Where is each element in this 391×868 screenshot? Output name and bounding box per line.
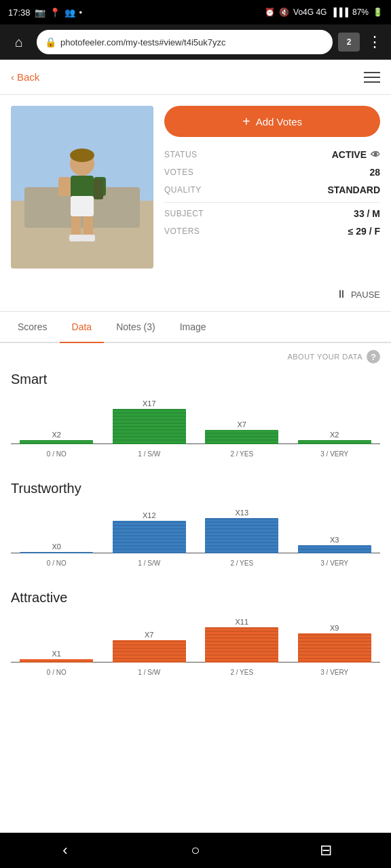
votes-value: 28 <box>369 167 380 178</box>
url-bar[interactable]: 🔒 photofeeler.com/my-tests#view/t4i5uk7y… <box>37 30 333 54</box>
bar-label-2-3: 3 / VERY <box>320 669 348 676</box>
bar-label-2-2: 2 / YES <box>230 669 253 676</box>
top-nav: ‹ Back <box>0 60 391 95</box>
bar-body-0-3 <box>298 440 371 444</box>
signal-bars: ▐▐▐ <box>331 7 348 17</box>
camera-icon: 📷 <box>35 7 45 18</box>
about-data-row: ABOUT YOUR DATA ? <box>0 343 391 366</box>
eye-icon: 👁 <box>371 149 380 160</box>
chart-bars-0: X20 / NOX171 / S/WX72 / YESX23 / VERY <box>11 399 380 459</box>
quality-row: QUALITY STANDARD <box>164 184 380 195</box>
chart-title-2: Attractive <box>11 590 380 606</box>
svg-rect-5 <box>71 196 94 216</box>
quality-label: QUALITY <box>164 185 202 195</box>
status-label: STATUS <box>164 150 198 159</box>
subject-row: SUBJECT 33 / M <box>164 208 380 219</box>
menu-line-2 <box>364 77 380 78</box>
recents-nav-button[interactable]: ⊟ <box>305 837 346 864</box>
bar-body-0-0 <box>20 440 93 444</box>
tabs-button[interactable]: 2 <box>338 33 360 52</box>
bar-count-1-1: X12 <box>143 511 156 519</box>
help-button[interactable]: ? <box>367 350 380 363</box>
quality-value: STANDARD <box>327 184 380 195</box>
info-divider <box>164 202 380 203</box>
bar-group-2-0: X10 / NO <box>11 650 103 663</box>
bar-count-0-2: X7 <box>238 420 246 429</box>
bar-count-1-0: X0 <box>52 542 61 551</box>
plus-icon: + <box>242 114 250 130</box>
chart-title-1: Trustworthy <box>11 481 380 496</box>
bar-count-2-3: X9 <box>330 624 339 632</box>
voters-value: ≤ 29 / F <box>348 226 380 237</box>
photo-info-section: + Add Votes STATUS ACTIVE 👁 VOTES 28 QUA… <box>0 95 391 312</box>
signal-text: Vo4G 4G <box>293 7 327 17</box>
back-button[interactable]: ‹ Back <box>11 71 39 83</box>
votes-label: VOTES <box>164 167 193 177</box>
bar-count-0-3: X2 <box>330 431 339 439</box>
bar-group-2-1: X71 / S/W <box>104 631 196 663</box>
menu-button[interactable] <box>364 72 380 83</box>
chevron-left-icon: ‹ <box>11 71 14 83</box>
tab-data[interactable]: Data <box>60 312 105 343</box>
status-bar: 17:38 📷 📍 👥 • ⏰ 🔇 Vo4G 4G ▐▐▐ 87% 🔋 <box>0 0 391 24</box>
location-icon: 📍 <box>50 7 60 18</box>
bar-count-0-0: X2 <box>52 431 61 439</box>
bar-body-2-1 <box>113 640 186 663</box>
bar-label-0-3: 3 / VERY <box>320 450 348 458</box>
chart-section-1: TrustworthyX00 / NOX121 / S/WX132 / YESX… <box>0 475 391 585</box>
chart-title-0: Smart <box>11 372 380 387</box>
tabs-count: 2 <box>347 37 352 47</box>
bar-body-2-2 <box>205 627 278 663</box>
bar-label-2-0: 0 / NO <box>47 669 67 676</box>
add-votes-button[interactable]: + Add Votes <box>164 106 380 137</box>
bar-group-0-1: X171 / S/W <box>104 399 196 444</box>
battery-icon: 🔋 <box>373 7 383 17</box>
svg-point-12 <box>70 149 94 162</box>
svg-rect-10 <box>58 177 71 196</box>
subject-label: SUBJECT <box>164 209 204 218</box>
voters-label: VOTERS <box>164 226 200 236</box>
lock-icon: 🔒 <box>45 37 56 47</box>
pause-label: PAUSE <box>351 290 380 300</box>
tabs-bar: Scores Data Notes (3) Image <box>0 312 391 343</box>
bar-body-1-0 <box>20 552 93 553</box>
back-label: Back <box>17 71 39 83</box>
browser-menu-button[interactable]: ⋮ <box>365 33 384 51</box>
bar-group-0-2: X72 / YES <box>196 420 288 444</box>
browser-bar: ⌂ 🔒 photofeeler.com/my-tests#view/t4i5uk… <box>0 24 391 60</box>
status-value: ACTIVE 👁 <box>332 149 380 160</box>
mute-icon: 🔇 <box>279 7 289 17</box>
bar-group-2-3: X93 / VERY <box>289 624 381 663</box>
recents-icon: ⊟ <box>320 842 332 859</box>
votes-row: VOTES 28 <box>164 167 380 178</box>
status-row: STATUS ACTIVE 👁 <box>164 149 380 160</box>
bar-label-2-1: 1 / S/W <box>138 669 160 676</box>
svg-rect-7 <box>83 216 93 237</box>
back-nav-button[interactable]: ‹ <box>45 837 86 864</box>
svg-rect-9 <box>81 235 95 241</box>
bar-body-1-2 <box>205 518 278 553</box>
bottom-nav: ‹ ○ ⊟ <box>0 833 391 868</box>
photo-placeholder <box>11 106 153 269</box>
info-table: STATUS ACTIVE 👁 VOTES 28 QUALITY STANDAR… <box>164 149 380 243</box>
bar-body-0-1 <box>113 409 186 444</box>
about-data-text: ABOUT YOUR DATA <box>287 353 362 361</box>
tab-notes[interactable]: Notes (3) <box>104 312 168 343</box>
bar-body-0-2 <box>205 430 278 444</box>
bar-group-1-0: X00 / NO <box>11 542 103 553</box>
back-arrow-icon: ‹ <box>62 842 67 859</box>
bar-body-1-1 <box>113 521 186 553</box>
home-nav-button[interactable]: ○ <box>175 837 216 864</box>
bar-group-1-2: X132 / YES <box>196 509 288 553</box>
bar-label-1-2: 2 / YES <box>230 559 253 567</box>
bar-group-1-3: X33 / VERY <box>289 536 381 553</box>
battery-display: 87% <box>352 7 369 17</box>
home-button[interactable]: ⌂ <box>7 30 31 54</box>
menu-line-1 <box>364 72 380 73</box>
circle-icon: ○ <box>191 842 200 859</box>
tab-scores[interactable]: Scores <box>5 312 60 343</box>
svg-rect-13 <box>94 179 103 199</box>
alarm-icon: ⏰ <box>265 7 275 17</box>
tab-image[interactable]: Image <box>168 312 219 343</box>
pause-button[interactable]: ⏸ PAUSE <box>336 288 380 300</box>
